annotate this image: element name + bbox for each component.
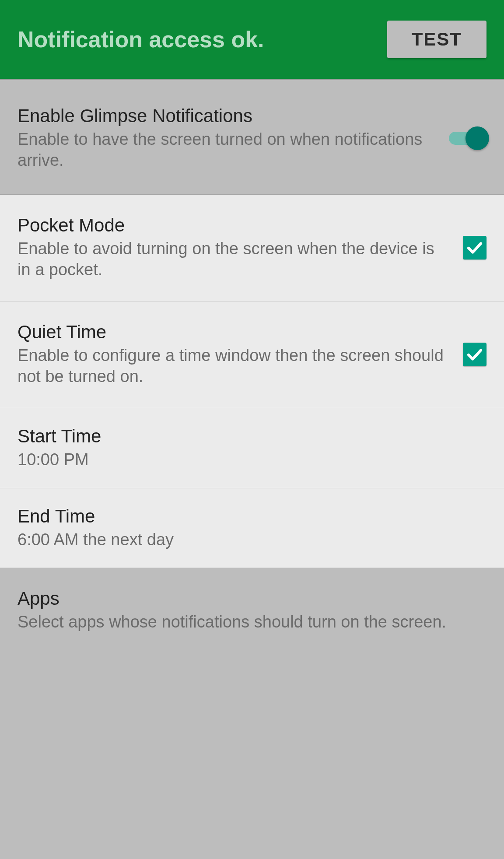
row-text: Apps Select apps whose notifications sho… [18, 588, 486, 633]
enable-glimpse-toggle[interactable] [449, 126, 486, 150]
row-subtitle: 6:00 AM the next day [18, 529, 473, 550]
row-title: Start Time [18, 426, 473, 447]
row-subtitle: 10:00 PM [18, 449, 473, 470]
row-subtitle: Enable to have the screen turned on when… [18, 129, 436, 171]
row-enable-glimpse[interactable]: Enable Glimpse Notifications Enable to h… [0, 80, 504, 195]
row-quiet-time[interactable]: Quiet Time Enable to configure a time wi… [0, 302, 504, 408]
check-icon [466, 345, 484, 364]
row-text: Quiet Time Enable to configure a time wi… [18, 322, 463, 387]
row-title: Quiet Time [18, 322, 450, 343]
row-title: Apps [18, 588, 473, 609]
quiet-time-checkbox[interactable] [463, 343, 486, 366]
test-button[interactable]: TEST [387, 21, 486, 58]
settings-list: Enable Glimpse Notifications Enable to h… [0, 80, 504, 685]
header-title: Notification access ok. [18, 26, 264, 53]
row-text: Pocket Mode Enable to avoid turning on t… [18, 215, 463, 280]
row-pocket-mode[interactable]: Pocket Mode Enable to avoid turning on t… [0, 195, 504, 302]
row-subtitle: Enable to avoid turning on the screen wh… [18, 238, 450, 280]
app-header: Notification access ok. TEST [0, 0, 504, 80]
check-icon [466, 238, 484, 257]
row-subtitle: Enable to configure a time window then t… [18, 345, 450, 387]
row-text: Start Time 10:00 PM [18, 426, 486, 470]
row-title: Enable Glimpse Notifications [18, 105, 436, 126]
toggle-thumb [466, 126, 489, 150]
row-end-time[interactable]: End Time 6:00 AM the next day [0, 488, 504, 568]
row-start-time[interactable]: Start Time 10:00 PM [0, 408, 504, 488]
row-subtitle: Select apps whose notifications should t… [18, 612, 473, 633]
row-title: Pocket Mode [18, 215, 450, 236]
row-title: End Time [18, 506, 473, 527]
row-text: Enable Glimpse Notifications Enable to h… [18, 105, 449, 171]
row-text: End Time 6:00 AM the next day [18, 506, 486, 550]
pocket-mode-checkbox[interactable] [463, 236, 486, 259]
row-apps[interactable]: Apps Select apps whose notifications sho… [0, 568, 504, 685]
